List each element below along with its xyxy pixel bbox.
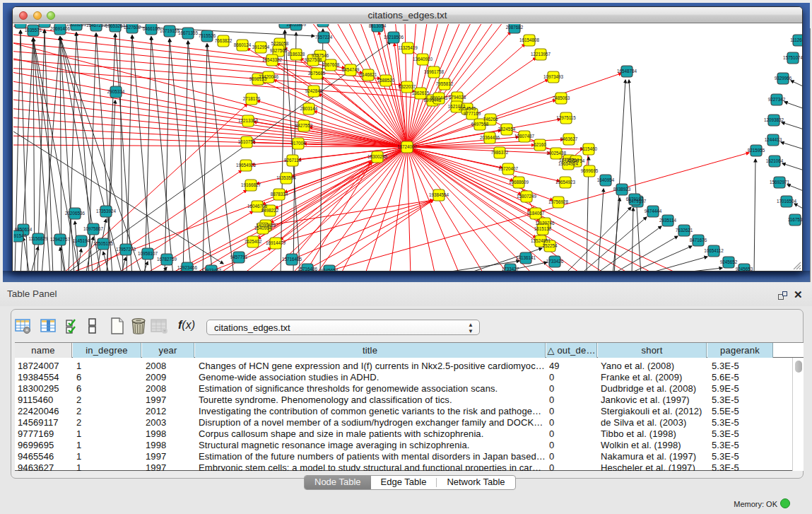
- svg-text:10973493: 10973493: [543, 74, 564, 79]
- svg-text:10653261: 10653261: [66, 24, 87, 27]
- svg-text:3824554: 3824554: [498, 127, 516, 132]
- svg-text:6466160: 6466160: [143, 26, 160, 31]
- svg-text:12093832: 12093832: [764, 117, 784, 122]
- svg-text:10975867: 10975867: [83, 226, 104, 231]
- svg-text:15716485: 15716485: [282, 257, 302, 262]
- svg-text:1610755: 1610755: [238, 139, 256, 144]
- svg-text:7357224: 7357224: [315, 35, 333, 40]
- svg-text:10653267: 10653267: [105, 24, 126, 28]
- svg-text:9699695: 9699695: [581, 168, 599, 173]
- svg-text:8454749: 8454749: [342, 67, 360, 72]
- svg-text:1362615: 1362615: [412, 90, 430, 95]
- svg-text:7632621: 7632621: [676, 228, 693, 233]
- svg-text:20206536: 20206536: [65, 211, 86, 216]
- svg-text:6497568: 6497568: [471, 122, 489, 127]
- svg-text:8186328: 8186328: [288, 52, 305, 57]
- svg-text:10025438: 10025438: [546, 151, 567, 156]
- svg-text:1035571: 1035571: [25, 28, 42, 33]
- svg-text:9327508: 9327508: [305, 57, 322, 62]
- svg-text:8215955: 8215955: [748, 148, 765, 153]
- svg-text:1615132: 1615132: [534, 226, 552, 231]
- svg-text:15716486: 15716486: [298, 267, 318, 271]
- svg-text:252254: 252254: [542, 243, 558, 248]
- svg-text:18300295: 18300295: [367, 154, 388, 159]
- svg-text:7986372: 7986372: [491, 150, 509, 155]
- svg-text:746266: 746266: [483, 117, 498, 122]
- svg-text:12942757: 12942757: [50, 237, 71, 242]
- svg-text:16543382: 16543382: [262, 57, 283, 62]
- svg-text:11120746: 11120746: [535, 221, 555, 226]
- svg-text:7663822: 7663822: [215, 38, 233, 43]
- svg-text:1540994: 1540994: [254, 226, 272, 230]
- svg-text:12213957: 12213957: [531, 52, 551, 57]
- svg-text:9227342: 9227342: [768, 97, 786, 102]
- svg-text:10719155: 10719155: [160, 28, 180, 33]
- svg-text:917004: 917004: [290, 141, 306, 146]
- svg-text:9457791: 9457791: [230, 255, 248, 259]
- svg-text:10807487: 10807487: [514, 134, 535, 139]
- svg-text:23420046: 23420046: [259, 74, 279, 79]
- svg-text:12213363: 12213363: [238, 118, 259, 123]
- svg-text:19654924: 19654924: [558, 161, 579, 166]
- svg-text:8891544: 8891544: [13, 233, 27, 238]
- svg-text:1244413: 1244413: [765, 137, 782, 142]
- svg-text:7625402: 7625402: [245, 239, 262, 244]
- svg-text:2905334: 2905334: [107, 89, 125, 94]
- svg-text:9850614: 9850614: [15, 227, 33, 232]
- svg-text:17957273: 17957273: [116, 247, 136, 252]
- svg-text:16914479: 16914479: [266, 240, 286, 245]
- svg-text:8813054: 8813054: [369, 24, 387, 28]
- svg-text:16053809: 16053809: [286, 24, 307, 27]
- svg-text:15720407: 15720407: [498, 166, 519, 171]
- svg-text:9146821: 9146821: [360, 72, 377, 77]
- svg-text:12923466: 12923466: [177, 265, 198, 270]
- svg-text:9115460: 9115460: [580, 146, 598, 151]
- svg-text:9242848: 9242848: [305, 88, 323, 93]
- svg-text:16961758: 16961758: [424, 69, 445, 74]
- svg-text:3675685: 3675685: [308, 71, 326, 76]
- svg-text:11353594: 11353594: [276, 175, 296, 180]
- svg-text:16053810: 16053810: [13, 24, 30, 25]
- svg-text:116753: 116753: [788, 217, 802, 222]
- svg-text:8990443: 8990443: [430, 95, 448, 100]
- svg-text:3912954: 3912954: [252, 45, 270, 49]
- svg-text:19166827: 19166827: [241, 182, 261, 187]
- svg-text:9245654: 9245654: [321, 268, 339, 271]
- svg-text:2935114: 2935114: [659, 218, 677, 223]
- svg-text:62160: 62160: [534, 142, 546, 147]
- svg-text:13640910: 13640910: [413, 57, 433, 62]
- svg-text:18724007: 18724007: [397, 144, 418, 149]
- svg-text:2718176: 2718176: [243, 96, 261, 101]
- svg-text:9245652: 9245652: [720, 259, 738, 264]
- svg-text:2354545: 2354545: [459, 106, 476, 111]
- svg-text:19756928: 19756928: [548, 199, 569, 204]
- svg-text:1145194: 1145194: [73, 238, 90, 243]
- svg-text:10958107: 10958107: [138, 251, 158, 256]
- svg-text:9777169: 9777169: [464, 111, 481, 116]
- svg-text:9329966: 9329966: [775, 76, 792, 81]
- svg-text:10688609: 10688609: [509, 180, 529, 185]
- svg-text:12505135: 12505135: [93, 241, 114, 246]
- svg-text:8471676: 8471676: [690, 238, 707, 243]
- svg-text:7955812: 7955812: [436, 81, 454, 86]
- svg-text:2803144: 2803144: [300, 106, 318, 111]
- svg-text:9245653: 9245653: [736, 267, 753, 271]
- svg-text:17353924: 17353924: [96, 209, 117, 214]
- svg-text:15692971: 15692971: [770, 180, 790, 185]
- svg-text:11156829: 11156829: [28, 236, 48, 241]
- svg-text:7515526: 7515526: [199, 33, 216, 38]
- svg-text:6794028: 6794028: [449, 95, 466, 100]
- svg-text:9184067: 9184067: [527, 211, 545, 216]
- svg-text:20364436: 20364436: [480, 135, 500, 140]
- svg-text:8427552: 8427552: [295, 123, 313, 128]
- svg-text:9463627: 9463627: [560, 136, 578, 141]
- svg-text:19654925: 19654925: [236, 163, 257, 168]
- svg-text:11325419: 11325419: [398, 45, 418, 50]
- svg-text:5226058: 5226058: [271, 41, 289, 46]
- svg-text:19654923: 19654923: [555, 180, 576, 185]
- svg-text:2087682: 2087682: [506, 25, 524, 30]
- svg-text:1527602: 1527602: [124, 25, 141, 30]
- svg-text:8267110: 8267110: [284, 158, 302, 163]
- svg-text:8938923: 8938923: [613, 187, 631, 192]
- svg-text:1640954: 1640954: [597, 177, 615, 182]
